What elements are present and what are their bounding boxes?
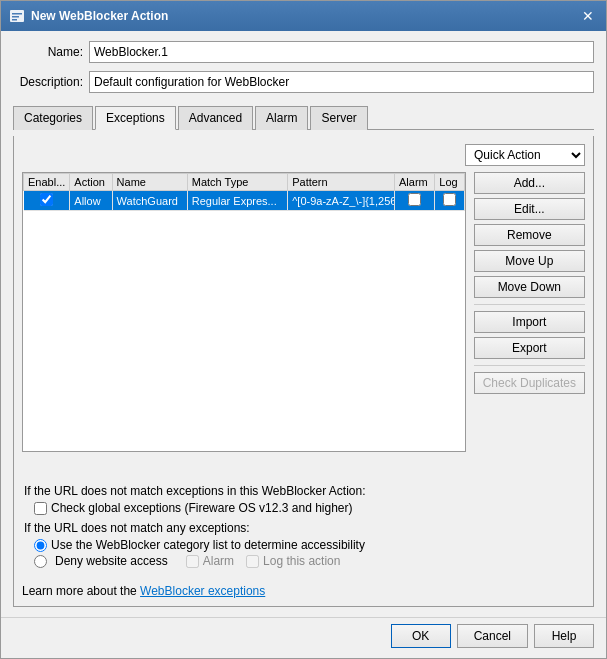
row-alarm-checkbox[interactable] [408, 193, 421, 206]
deny-access-row: Deny website access Alarm Log this actio… [34, 554, 583, 568]
move-down-button[interactable]: Move Down [474, 276, 585, 298]
title-text: New WebBlocker Action [31, 9, 168, 23]
action-cell: Allow [70, 191, 112, 211]
learn-more-link[interactable]: WebBlocker exceptions [140, 584, 265, 598]
col-action: Action [70, 174, 112, 191]
table-header-row: Enabl... Action Name Match Type Pattern … [24, 174, 465, 191]
tab-content-exceptions: Quick Action Enabl... Action Name Match … [13, 136, 594, 607]
main-window: New WebBlocker Action ✕ Name: Descriptio… [0, 0, 607, 659]
col-enabled: Enabl... [24, 174, 70, 191]
add-button[interactable]: Add... [474, 172, 585, 194]
col-alarm: Alarm [395, 174, 435, 191]
log-label: Log this action [263, 554, 340, 568]
match_type-cell: Regular Expres... [187, 191, 287, 211]
check-duplicates-button[interactable]: Check Duplicates [474, 372, 585, 394]
col-log: Log [435, 174, 464, 191]
check-global-label: Check global exceptions (Fireware OS v12… [51, 501, 353, 515]
col-name: Name [112, 174, 187, 191]
tab-advanced[interactable]: Advanced [178, 106, 253, 130]
name-input[interactable] [89, 41, 594, 63]
dialog-content: Name: Description: Categories Exceptions… [1, 31, 606, 617]
name-cell: WatchGuard [112, 191, 187, 211]
description-input[interactable] [89, 71, 594, 93]
cancel-button[interactable]: Cancel [457, 624, 528, 648]
log-cell [435, 191, 464, 211]
export-button[interactable]: Export [474, 337, 585, 359]
table-row[interactable]: AllowWatchGuardRegular Expres...^[0-9a-z… [24, 191, 465, 211]
alarm-cell [395, 191, 435, 211]
help-button[interactable]: Help [534, 624, 594, 648]
table-action-buttons: Add... Edit... Remove Move Up Move Down … [474, 172, 585, 474]
move-up-button[interactable]: Move Up [474, 250, 585, 272]
name-label: Name: [13, 45, 83, 59]
name-row: Name: [13, 41, 594, 63]
quick-action-select[interactable]: Quick Action [465, 144, 585, 166]
use-category-row: Use the WebBlocker category list to dete… [34, 538, 583, 552]
svg-rect-1 [12, 13, 22, 15]
deny-access-label: Deny website access [55, 554, 168, 568]
exceptions-table: Enabl... Action Name Match Type Pattern … [23, 173, 465, 211]
learn-more-prefix: Learn more about the [22, 584, 140, 598]
svg-rect-2 [12, 16, 19, 18]
svg-rect-3 [12, 19, 17, 21]
exceptions-table-wrapper: Enabl... Action Name Match Type Pattern … [22, 172, 466, 452]
check-global-checkbox[interactable] [34, 502, 47, 515]
deny-check-group: Alarm Log this action [186, 554, 341, 568]
log-checkbox[interactable] [246, 555, 259, 568]
ok-button[interactable]: OK [391, 624, 451, 648]
row-log-checkbox[interactable] [443, 193, 456, 206]
import-button[interactable]: Import [474, 311, 585, 333]
check-global-row: Check global exceptions (Fireware OS v12… [34, 501, 583, 515]
learn-more: Learn more about the WebBlocker exceptio… [22, 584, 585, 598]
deny-access-radio[interactable] [34, 555, 47, 568]
no-match-any-label: If the URL does not match any exceptions… [24, 521, 583, 535]
title-bar-left: New WebBlocker Action [9, 8, 168, 24]
description-label: Description: [13, 75, 83, 89]
table-container: Enabl... Action Name Match Type Pattern … [22, 172, 585, 474]
tab-categories[interactable]: Categories [13, 106, 93, 130]
col-pattern: Pattern [288, 174, 395, 191]
alarm-checkbox[interactable] [186, 555, 199, 568]
row-enabled-checkbox[interactable] [40, 193, 53, 206]
bottom-section: If the URL does not match exceptions in … [22, 480, 585, 574]
title-bar: New WebBlocker Action ✕ [1, 1, 606, 31]
quick-action-row: Quick Action [22, 144, 585, 166]
no-match-label: If the URL does not match exceptions in … [24, 484, 583, 498]
remove-button[interactable]: Remove [474, 224, 585, 246]
tab-exceptions[interactable]: Exceptions [95, 106, 176, 130]
tabs-bar: Categories Exceptions Advanced Alarm Ser… [13, 105, 594, 130]
edit-button[interactable]: Edit... [474, 198, 585, 220]
enabled-cell [24, 191, 70, 211]
alarm-label: Alarm [203, 554, 234, 568]
use-category-label: Use the WebBlocker category list to dete… [51, 538, 365, 552]
footer-buttons: OK Cancel Help [1, 617, 606, 658]
use-category-radio[interactable] [34, 539, 47, 552]
close-button[interactable]: ✕ [578, 9, 598, 23]
pattern-cell: ^[0-9a-zA-Z_\-]{1,256}\.watchguard\c... [288, 191, 395, 211]
tab-server[interactable]: Server [310, 106, 367, 130]
description-row: Description: [13, 71, 594, 93]
col-match-type: Match Type [187, 174, 287, 191]
tab-alarm[interactable]: Alarm [255, 106, 308, 130]
app-icon [9, 8, 25, 24]
